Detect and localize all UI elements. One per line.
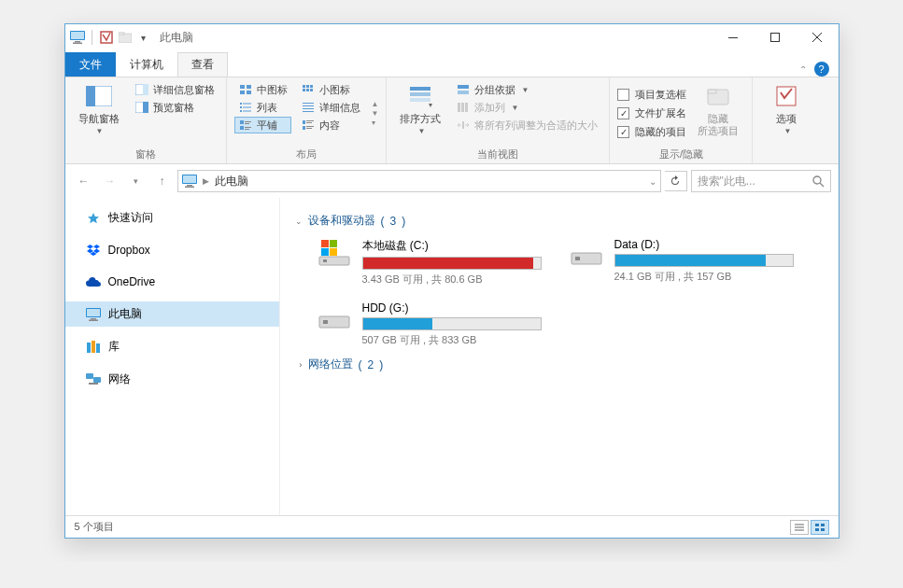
group-panes: 导航窗格 ▼ 详细信息窗格 预览窗格 窗格	[65, 77, 227, 163]
nav-pane-button[interactable]: 导航窗格 ▼	[73, 81, 125, 146]
navigation-pane: 快速访问 Dropbox OneDrive 此电脑 库 网络	[65, 198, 280, 515]
svg-rect-6	[119, 32, 124, 35]
collapse-ribbon-icon[interactable]: ⌃	[799, 64, 807, 75]
svg-rect-26	[245, 121, 251, 122]
properties-icon[interactable]	[98, 29, 115, 46]
svg-rect-17	[240, 91, 245, 94]
sort-button[interactable]: 排序方式 ▼	[394, 81, 446, 146]
back-button[interactable]: ←	[73, 170, 95, 192]
group-show-hide: 项目复选框 ✓文件扩展名 ✓隐藏的项目 隐藏所选项目 显示/隐藏	[610, 77, 753, 163]
refresh-button[interactable]	[665, 171, 687, 191]
checkbox-checked-icon: ✓	[617, 126, 629, 138]
network-icon	[86, 372, 101, 387]
tab-file[interactable]: 文件	[65, 52, 116, 77]
dropdown-icon: ▼	[511, 104, 518, 112]
recent-locations-button[interactable]: ▾	[125, 170, 148, 192]
layout-tiles[interactable]: 平铺	[234, 117, 291, 133]
svg-rect-19	[240, 103, 242, 105]
layout-details[interactable]: 详细信息	[297, 99, 364, 116]
group-by-button[interactable]: 分组依据▼	[452, 81, 601, 98]
breadcrumb-segment[interactable]: 此电脑	[215, 174, 248, 189]
maximize-button[interactable]	[755, 24, 797, 50]
collapse-icon: ⌄	[294, 361, 303, 369]
options-label: 选项	[776, 113, 797, 125]
drive-item[interactable]: Data (D:)24.1 GB 可用 , 共 157 GB	[564, 234, 797, 290]
tiles-view-button[interactable]	[811, 520, 829, 535]
help-icon[interactable]: ?	[814, 62, 829, 77]
small-icons-icon	[301, 82, 316, 97]
search-box[interactable]: 搜索"此电...	[691, 170, 831, 192]
group-layout: 中图标 列表 平铺 小图标 详细信息 内容 ▲ ▼ ▾ 布局	[227, 77, 388, 163]
group-panes-label: 窗格	[73, 146, 219, 161]
preview-pane-button[interactable]: 预览窗格	[131, 99, 219, 116]
file-extensions-toggle[interactable]: ✓文件扩展名	[617, 105, 686, 122]
sidebar-item-this-pc[interactable]: 此电脑	[65, 301, 279, 327]
address-bar[interactable]: ▶ 此电脑 ⌄	[177, 170, 661, 192]
svg-rect-1	[71, 32, 84, 39]
breadcrumb-separator-icon[interactable]: ▶	[203, 176, 209, 186]
layout-content[interactable]: 内容	[297, 117, 364, 133]
new-folder-icon[interactable]	[117, 29, 134, 46]
layout-more-icon[interactable]: ▾	[372, 119, 379, 127]
close-button[interactable]	[797, 24, 839, 50]
svg-rect-49	[410, 98, 430, 102]
drive-item[interactable]: HDD (G:)507 GB 可用 , 共 833 GB	[312, 298, 545, 351]
svg-rect-23	[240, 110, 242, 112]
section-network-header[interactable]: ⌄ 网络位置 (2)	[295, 351, 824, 378]
layout-scroll-down-icon[interactable]: ▼	[372, 109, 379, 118]
svg-rect-16	[247, 85, 251, 89]
svg-rect-25	[240, 120, 244, 124]
layout-list[interactable]: 列表	[234, 99, 291, 116]
sidebar-item-libraries[interactable]: 库	[65, 334, 279, 359]
svg-rect-73	[93, 377, 101, 383]
pc-icon	[182, 175, 197, 188]
svg-rect-24	[243, 111, 251, 112]
expand-icon: ⌄	[295, 217, 303, 226]
sidebar-item-quick-access[interactable]: 快速访问	[65, 205, 279, 231]
svg-rect-22	[243, 107, 251, 108]
svg-rect-42	[306, 120, 314, 121]
tab-computer[interactable]: 计算机	[116, 52, 177, 77]
details-view-button[interactable]	[790, 520, 809, 535]
libraries-icon	[86, 340, 101, 355]
forward-button[interactable]: →	[99, 170, 121, 192]
svg-rect-35	[306, 89, 309, 91]
minimize-button[interactable]	[713, 24, 755, 50]
svg-rect-41	[303, 120, 305, 124]
navigation-bar: ← → ▾ ↑ ▶ 此电脑 ⌄ 搜索"此电...	[65, 164, 839, 198]
svg-rect-10	[86, 86, 95, 106]
address-dropdown-icon[interactable]: ⌄	[649, 176, 656, 187]
sidebar-item-dropbox[interactable]: Dropbox	[65, 238, 279, 262]
add-columns-button: 添加列▼	[452, 99, 601, 116]
tab-view[interactable]: 查看	[177, 52, 228, 77]
group-by-icon	[456, 82, 471, 97]
checkbox-checked-icon: ✓	[617, 107, 629, 119]
drive-item[interactable]: 本地磁盘 (C:)3.43 GB 可用 , 共 80.6 GB	[312, 234, 545, 290]
svg-rect-52	[458, 103, 460, 112]
sidebar-item-onedrive[interactable]: OneDrive	[65, 270, 279, 294]
svg-rect-31	[303, 85, 305, 88]
qat-dropdown-icon[interactable]: ▾	[135, 29, 152, 46]
sidebar-item-network[interactable]: 网络	[65, 367, 279, 392]
tiles-icon	[238, 118, 253, 133]
up-button[interactable]: ↑	[151, 170, 174, 192]
layout-medium[interactable]: 中图标	[234, 81, 291, 98]
layout-small[interactable]: 小图标	[297, 81, 364, 98]
content-pane: ⌄ 设备和驱动器 (3) 本地磁盘 (C:)3.43 GB 可用 , 共 80.…	[280, 198, 839, 515]
svg-rect-47	[410, 87, 430, 91]
svg-line-64	[820, 183, 824, 187]
layout-scroll-up-icon[interactable]: ▲	[372, 100, 379, 108]
add-columns-icon	[456, 100, 471, 115]
details-pane-button[interactable]: 详细信息窗格	[131, 81, 219, 98]
usage-bar	[362, 317, 542, 330]
section-drives-header[interactable]: ⌄ 设备和驱动器 (3)	[295, 207, 824, 234]
svg-rect-51	[458, 91, 469, 94]
options-button[interactable]: 选项 ▼	[760, 81, 812, 148]
hidden-items-toggle[interactable]: ✓隐藏的项目	[617, 123, 686, 141]
drive-name: Data (D:)	[614, 238, 794, 251]
group-layout-label: 布局	[234, 146, 379, 161]
svg-rect-18	[247, 91, 251, 94]
item-checkboxes-toggle[interactable]: 项目复选框	[617, 86, 686, 104]
svg-rect-55	[462, 121, 464, 129]
star-icon	[86, 211, 101, 226]
